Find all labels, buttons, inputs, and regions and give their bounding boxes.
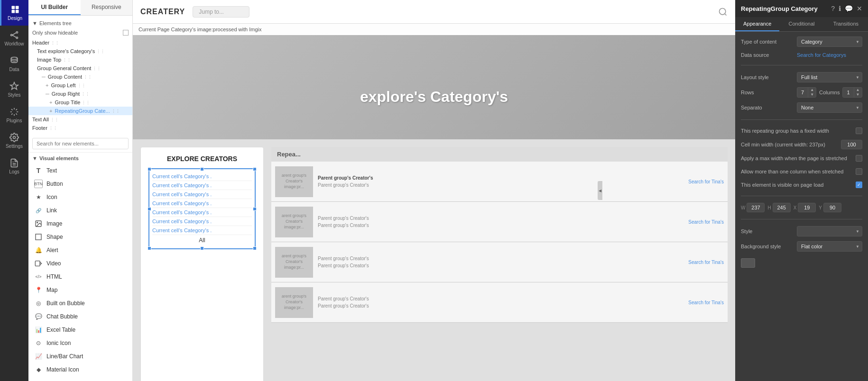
element-image[interactable]: Image — [28, 217, 132, 230]
sidebar-item-workflow[interactable]: Workflow — [0, 26, 28, 51]
row-search-1[interactable]: Search for Tina's — [688, 179, 724, 184]
tree-item-text-all[interactable]: Text All ⋮⋮ — [28, 115, 132, 124]
more-columns-checkbox[interactable] — [856, 168, 862, 175]
handle-tl[interactable] — [148, 167, 151, 171]
tree-collapse-arrow[interactable]: ▼ — [32, 20, 37, 26]
row-image-4: arent group's Creator's image:pr... — [275, 287, 313, 318]
layout-style-select[interactable]: Full list — [797, 72, 862, 82]
logs-icon — [9, 158, 19, 168]
color-swatch[interactable] — [741, 258, 755, 268]
separator-2 — [741, 119, 862, 120]
props-close-icon[interactable]: ✕ — [857, 5, 862, 12]
element-built-on-bubble[interactable]: ◎ Built on Bubble — [28, 297, 132, 310]
tab-ui-builder[interactable]: UI Builder — [28, 0, 81, 15]
repeating-data-row-3: arent group's Creator's image:pr... Pare… — [271, 242, 728, 282]
element-map[interactable]: 📍 Map — [28, 283, 132, 297]
h-input[interactable] — [773, 203, 791, 212]
w-input[interactable] — [747, 203, 765, 212]
props-info-icon[interactable]: ℹ — [839, 5, 841, 12]
sidebar-item-settings[interactable]: Settings — [0, 128, 28, 154]
data-source-value[interactable]: Search for Categorys — [797, 52, 846, 58]
row-search-3[interactable]: Search for Tina's — [688, 260, 724, 265]
handle-tr[interactable] — [253, 167, 257, 171]
element-shape[interactable]: Shape — [28, 230, 132, 244]
row-search-4[interactable]: Search for Tina's — [688, 300, 724, 305]
handle-ml[interactable] — [148, 207, 151, 211]
element-button[interactable]: BTN Button — [28, 177, 132, 190]
sidebar-item-styles[interactable]: Styles — [0, 77, 28, 102]
bg-style-select[interactable]: Flat color — [797, 241, 862, 252]
style-select[interactable] — [797, 226, 862, 236]
handle-bm[interactable] — [200, 246, 204, 250]
sidebar-item-design[interactable]: Design — [0, 0, 28, 26]
visible-label: This element is visible on page load — [741, 182, 823, 188]
element-line-bar-chart[interactable]: 📈 Line/Bar Chart — [28, 350, 132, 363]
y-input[interactable] — [823, 203, 841, 212]
visible-checkbox[interactable]: ✓ — [856, 181, 862, 188]
search-icon[interactable] — [718, 7, 728, 17]
tree-item-image-top[interactable]: Image Top ⋮⋮ — [28, 55, 132, 64]
element-excel-table[interactable]: 📊 Excel Table — [28, 323, 132, 336]
element-text[interactable]: T Text — [28, 164, 132, 177]
tree-item-text-explore[interactable]: Text explore's Category's ⋮⋮ — [28, 47, 132, 55]
prop-row-layout-style: Layout style Full list — [741, 72, 862, 82]
element-material-icon[interactable]: ◆ Material Icon — [28, 363, 132, 376]
data-source-label: Data source — [741, 52, 793, 58]
element-ionic-icon[interactable]: ⊙ Ionic Icon — [28, 336, 132, 350]
rg-row-5: Current cell's Category's . — [152, 208, 252, 217]
props-tab-conditional[interactable]: Conditional — [779, 17, 823, 31]
element-text-label: Text — [46, 167, 57, 174]
tree-item-header[interactable]: Header ⋮⋮ — [28, 38, 132, 47]
prop-row-type-of-content: Type of content Category — [741, 36, 862, 47]
rg-row-2: Current cell's Category's . — [152, 181, 252, 190]
columns-down[interactable]: ▼ — [854, 92, 862, 97]
x-input[interactable] — [798, 203, 816, 212]
tab-responsive[interactable]: Responsive — [81, 0, 133, 15]
only-show-checkbox[interactable] — [123, 30, 129, 36]
tree-item-group-general[interactable]: Group General Content ⋮⋮ — [28, 64, 132, 73]
svg-rect-15 — [36, 234, 41, 240]
sidebar-item-data[interactable]: Data — [0, 51, 28, 77]
tree-item-rg-category[interactable]: + RepeatingGroup Cate... ⋮⋮ — [28, 107, 132, 115]
row-search-2[interactable]: Search for Tina's — [688, 219, 724, 225]
props-tab-appearance[interactable]: Appearance — [735, 17, 779, 31]
columns-up[interactable]: ▲ — [854, 88, 862, 92]
rows-up[interactable]: ▲ — [808, 88, 816, 92]
handle-bl[interactable] — [148, 246, 151, 250]
sidebar-item-logs[interactable]: Logs — [0, 154, 28, 179]
max-width-checkbox[interactable] — [856, 155, 862, 162]
props-chat-icon[interactable]: 💬 — [845, 5, 853, 12]
panel-collapse-handle[interactable]: ◀ — [598, 181, 602, 200]
tree-item-group-content[interactable]: ─ Group Content ⋮⋮ — [28, 73, 132, 81]
fixed-width-checkbox[interactable] — [856, 127, 862, 134]
visual-elements-arrow[interactable]: ▼ — [32, 155, 37, 161]
canvas-search[interactable]: Jump to... — [193, 6, 249, 18]
handle-tm[interactable] — [200, 167, 204, 171]
element-link[interactable]: 🔗 Link — [28, 204, 132, 217]
repeating-group-element[interactable]: Current cell's Category's . Current cell… — [148, 168, 256, 249]
cell-min-width-input[interactable] — [841, 140, 862, 149]
x-label: X — [794, 205, 797, 210]
svg-point-9 — [11, 57, 17, 60]
type-of-content-select[interactable]: Category — [797, 36, 862, 47]
props-body: Type of content Category Data source Sea… — [735, 32, 868, 274]
handle-mr[interactable] — [253, 207, 257, 211]
element-icon[interactable]: ★ Icon — [28, 190, 132, 204]
h-label: H — [767, 205, 771, 210]
element-chat-bubble[interactable]: 💬 Chat Bubble — [28, 310, 132, 323]
sidebar-item-plugins[interactable]: Plugins — [0, 102, 28, 128]
tree-item-footer[interactable]: Footer ⋮⋮ — [28, 124, 132, 132]
tree-item-group-left[interactable]: + Group Left ⋮⋮ — [28, 81, 132, 90]
tree-item-group-title[interactable]: + Group Title ⋮⋮ — [28, 98, 132, 107]
handle-br[interactable] — [253, 246, 257, 250]
props-help-icon[interactable]: ? — [831, 5, 835, 12]
separato-select[interactable]: None — [797, 102, 862, 113]
tree-item-group-right[interactable]: ─ Group Right ⋮⋮ — [28, 90, 132, 98]
rg-row-1: Current cell's Category's . — [152, 172, 252, 181]
props-tab-transitions[interactable]: Transitions — [824, 17, 868, 31]
element-video[interactable]: Video — [28, 257, 132, 270]
search-elements-input[interactable] — [32, 138, 129, 149]
rows-down[interactable]: ▼ — [808, 92, 816, 97]
element-html[interactable]: </> HTML — [28, 270, 132, 283]
element-alert[interactable]: 🔔 Alert — [28, 244, 132, 257]
